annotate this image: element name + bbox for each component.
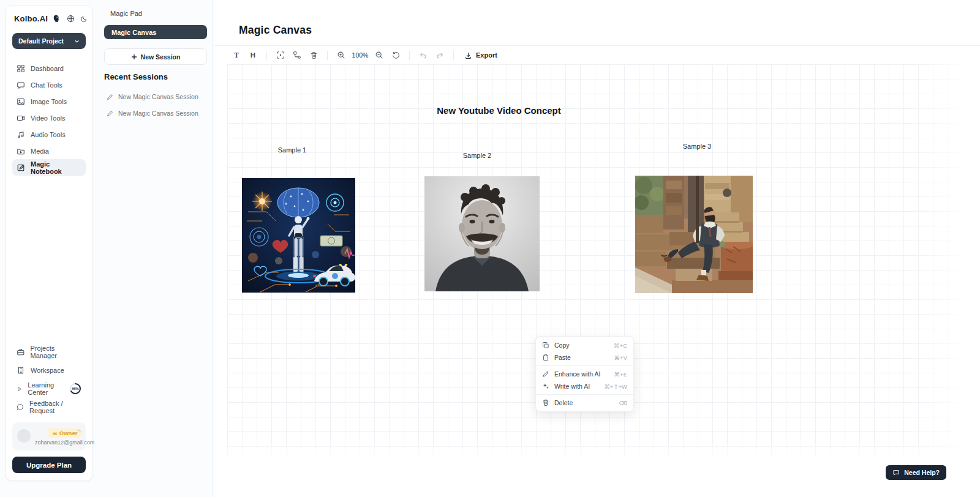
sidebar-item-audio-tools[interactable]: Audio Tools bbox=[12, 126, 86, 143]
sidebar-item-feedback-request[interactable]: Feedback / Request bbox=[12, 398, 86, 416]
context-menu-shortcut: ⌫ bbox=[619, 400, 627, 406]
session-item[interactable]: New Magic Canvas Session bbox=[107, 110, 211, 117]
context-menu-item-write-with-ai[interactable]: Write with AI ⌘+⇧+W bbox=[536, 380, 633, 392]
node-connector-icon bbox=[293, 51, 301, 59]
briefcase-icon bbox=[17, 348, 25, 356]
paste-icon bbox=[542, 354, 549, 361]
footer-item-label: Learning Center bbox=[28, 381, 62, 396]
new-session-button[interactable]: New Session bbox=[104, 48, 207, 65]
zoom-out-button[interactable] bbox=[372, 48, 386, 62]
context-menu-label: Write with AI bbox=[554, 383, 599, 390]
context-menu-item-delete[interactable]: Delete ⌫ bbox=[536, 397, 633, 409]
magic-canvas-item-selected[interactable]: Magic Canvas bbox=[104, 25, 207, 39]
sidebar-item-workspace[interactable]: Workspace bbox=[12, 361, 86, 379]
context-menu-label: Copy bbox=[554, 342, 609, 349]
sample-1-label[interactable]: Sample 1 bbox=[258, 146, 326, 154]
context-menu-divider bbox=[536, 365, 633, 366]
rotate-ccw-icon bbox=[392, 51, 400, 59]
sidebar-item-magic-notebook[interactable]: Magic Notebook bbox=[12, 159, 86, 176]
need-help-label: Need Help? bbox=[904, 469, 940, 476]
feedback-bubble-icon bbox=[17, 403, 24, 411]
download-icon bbox=[464, 51, 472, 59]
context-menu-shortcut: ⌘+⇧+W bbox=[604, 383, 627, 390]
magic-pad-item[interactable]: Magic Pad bbox=[104, 8, 207, 19]
context-menu-shortcut: ⌘+V bbox=[614, 354, 627, 361]
session-item-label: New Magic Canvas Session bbox=[118, 110, 198, 117]
context-menu-label: Paste bbox=[554, 354, 609, 361]
sidebar-item-label: Chat Tools bbox=[31, 81, 62, 89]
upgrade-plan-button[interactable]: Upgrade Plan bbox=[12, 457, 86, 473]
language-globe-icon[interactable] bbox=[67, 15, 75, 23]
trash-icon bbox=[310, 51, 318, 59]
sidebar-item-label: Dashboard bbox=[31, 65, 64, 72]
sidebar-item-label: Media bbox=[31, 148, 49, 155]
audio-icon bbox=[17, 130, 25, 139]
sidebar-spacer bbox=[12, 176, 86, 343]
need-help-button[interactable]: Need Help? bbox=[886, 465, 946, 480]
context-menu-label: Delete bbox=[554, 399, 614, 406]
sidebar-item-dashboard[interactable]: Dashboard bbox=[12, 60, 86, 77]
avatar bbox=[17, 429, 31, 443]
sidebar-item-projects-manager[interactable]: Projects Manager bbox=[12, 343, 86, 361]
connector-tool-button[interactable] bbox=[290, 48, 304, 62]
sample-3-image[interactable] bbox=[635, 176, 753, 293]
toolbar-divider bbox=[327, 51, 328, 60]
scan-select-icon bbox=[276, 51, 285, 59]
sidebar-item-label: Audio Tools bbox=[31, 131, 66, 138]
sidebar-item-label: Magic Notebook bbox=[31, 160, 81, 175]
zoom-in-button[interactable] bbox=[334, 48, 348, 62]
page-title: Magic Canvas bbox=[239, 24, 312, 37]
app-window: Kolbo.AI Default Project Dashboard bbox=[0, 0, 980, 497]
redo-button[interactable] bbox=[433, 48, 447, 62]
sidebar-item-learning-center[interactable]: Learning Center 66% bbox=[12, 379, 86, 398]
brand-logo: Kolbo.AI bbox=[14, 14, 48, 23]
sidebar-item-media[interactable]: Media bbox=[12, 143, 86, 159]
zoom-in-icon bbox=[337, 51, 345, 59]
sidebar-item-image-tools[interactable]: Image Tools bbox=[12, 93, 86, 110]
sidebar-item-video-tools[interactable]: Video Tools bbox=[12, 110, 86, 126]
footer-item-label: Feedback / Request bbox=[29, 400, 81, 414]
sidebar-item-label: Video Tools bbox=[31, 114, 65, 122]
context-menu-item-paste[interactable]: Paste ⌘+V bbox=[536, 351, 633, 364]
reset-view-button[interactable] bbox=[389, 48, 402, 62]
context-menu-item-enhance-with-ai[interactable]: Enhance with AI ⌘+E bbox=[536, 368, 633, 380]
sample-2-label[interactable]: Sample 2 bbox=[443, 152, 511, 159]
text-tool-button[interactable]: T bbox=[230, 48, 243, 62]
main-area: Magic Canvas T H 100% bbox=[214, 0, 980, 497]
zoom-level: 100% bbox=[351, 51, 369, 59]
pencil-icon bbox=[107, 94, 113, 100]
learning-progress-ring: 66% bbox=[69, 383, 81, 395]
heading-tool-button[interactable]: H bbox=[246, 48, 260, 62]
sidebar-item-chat-tools[interactable]: Chat Tools bbox=[12, 77, 86, 93]
context-menu: Copy ⌘+C Paste ⌘+V Enhance with AI ⌘+E W… bbox=[535, 336, 634, 412]
project-selector[interactable]: Default Project bbox=[12, 33, 86, 49]
project-selector-label: Default Project bbox=[18, 37, 64, 45]
sparkles-icon bbox=[542, 383, 549, 390]
enhance-ai-icon bbox=[542, 370, 549, 378]
context-menu-shortcut: ⌘+E bbox=[614, 371, 627, 378]
select-region-button[interactable] bbox=[274, 48, 287, 62]
building-icon bbox=[17, 366, 25, 375]
user-card[interactable]: Owner zoharvan12@gmail.com bbox=[12, 422, 86, 450]
sample-2-image[interactable] bbox=[424, 176, 540, 291]
undo-button[interactable] bbox=[417, 48, 430, 62]
footer-item-label: Workspace bbox=[31, 367, 64, 374]
context-menu-item-copy[interactable]: Copy ⌘+C bbox=[536, 339, 633, 351]
chevron-expand-icon[interactable] bbox=[77, 428, 81, 433]
dark-mode-moon-icon[interactable] bbox=[80, 15, 88, 23]
media-folder-icon bbox=[17, 147, 25, 155]
export-button[interactable]: Export bbox=[461, 51, 501, 59]
video-icon bbox=[17, 114, 25, 122]
undo-icon bbox=[419, 51, 428, 59]
canvas-title-text[interactable]: New Youtube Video Concept bbox=[381, 105, 617, 116]
context-menu-label: Enhance with AI bbox=[554, 370, 609, 378]
sample-1-image[interactable]: ¥ bbox=[242, 178, 355, 293]
footer-item-label: Projects Manager bbox=[31, 345, 81, 359]
user-email: zoharvan12@gmail.com bbox=[35, 439, 94, 446]
delete-tool-button[interactable] bbox=[307, 48, 320, 62]
help-chat-icon bbox=[892, 469, 900, 476]
session-item[interactable]: New Magic Canvas Session bbox=[107, 93, 211, 100]
brand-row: Kolbo.AI bbox=[12, 14, 86, 23]
toolbar-divider bbox=[266, 51, 267, 60]
sample-3-label[interactable]: Sample 3 bbox=[663, 143, 731, 150]
